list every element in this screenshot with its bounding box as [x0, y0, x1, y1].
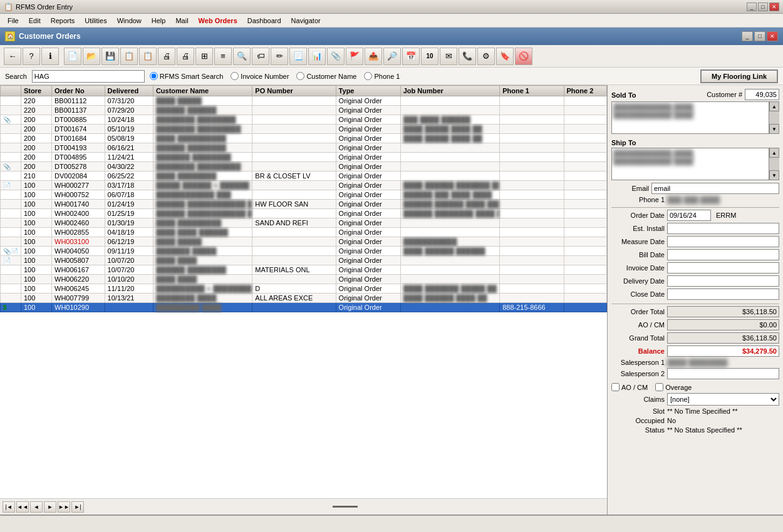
toolbar-settings[interactable]: ⚙	[477, 48, 495, 65]
table-row[interactable]: 100WH00310006/12/19████ █████Original Or…	[1, 237, 607, 247]
table-row[interactable]: 📄100WH00580710/07/20████ ████Original Or…	[1, 256, 607, 265]
toolbar-attach[interactable]: 📎	[327, 48, 345, 65]
col-phone1[interactable]: Phone 1	[500, 86, 564, 96]
table-row[interactable]: 100WH00246001/30/19████ █████████SAND AN…	[1, 218, 607, 228]
close-button[interactable]: ✕	[769, 3, 779, 11]
salesperson2-input[interactable]	[667, 368, 779, 379]
table-row[interactable]: $100WH010290█████████ ████Original Order…	[1, 303, 607, 312]
sold-to-address[interactable]: ████████████ ████ ████████████ ████	[611, 101, 769, 134]
toolbar-export[interactable]: 📤	[365, 48, 382, 65]
menu-mail[interactable]: Mail	[170, 16, 193, 26]
radio-smart-search[interactable]: RFMS Smart Search	[150, 72, 223, 80]
toolbar-tag[interactable]: 🏷	[252, 48, 269, 65]
menu-dashboard[interactable]: Dashboard	[242, 16, 286, 26]
radio-phone1[interactable]: Phone 1	[364, 72, 400, 80]
toolbar-calendar[interactable]: 📅	[402, 48, 420, 65]
table-row[interactable]: 220BB00111207/31/20████ █████Original Or…	[1, 96, 607, 106]
col-delivered[interactable]: Delivered	[105, 86, 153, 96]
col-po[interactable]: PO Number	[252, 86, 336, 96]
grid-table-container[interactable]: Store Order No Delivered Customer Name P…	[0, 85, 607, 498]
ship-to-address[interactable]: ████████████ ████ ████████████ ████	[611, 148, 769, 180]
table-row[interactable]: 100WH00779910/13/21████████ ████ALL AREA…	[1, 294, 607, 303]
toolbar-grid[interactable]: ⊞	[195, 48, 213, 65]
toolbar-chart[interactable]: 📊	[308, 48, 326, 65]
delivery-date-input[interactable]	[667, 275, 779, 287]
email-input[interactable]	[651, 183, 779, 194]
table-row[interactable]: 220BB00113707/29/20██████ ██████Original…	[1, 106, 607, 115]
table-row[interactable]: 📎200DT00527804/30/22████████ █████████Or…	[1, 162, 607, 171]
toolbar-invoice[interactable]: 📃	[289, 48, 307, 65]
search-input[interactable]	[32, 70, 145, 83]
table-row[interactable]: 200DT00489511/24/21███████ ████████Origi…	[1, 153, 607, 162]
col-store[interactable]: Store	[21, 86, 52, 96]
nav-prev-many[interactable]: ◄◄	[16, 501, 29, 513]
toolbar-find[interactable]: 🔎	[383, 48, 401, 65]
toolbar-back[interactable]: ←	[4, 48, 21, 65]
toolbar-copy[interactable]: 📋	[120, 48, 138, 65]
radio-customer-name[interactable]: Customer Name	[296, 72, 356, 80]
app-minimize-button[interactable]: _	[742, 31, 753, 41]
app-maximize-button[interactable]: □	[754, 31, 765, 41]
table-row[interactable]: 100WH00075206/07/18████████████ ███Origi…	[1, 190, 607, 200]
toolbar-bookmark[interactable]: 🔖	[496, 48, 514, 65]
minimize-button[interactable]: _	[747, 3, 757, 11]
overage-checkbox[interactable]	[655, 383, 663, 391]
toolbar-list[interactable]: ≡	[214, 48, 232, 65]
table-row[interactable]: 100WH00285504/18/19████ ████ ██████Origi…	[1, 228, 607, 237]
toolbar-edit2[interactable]: ✏	[271, 48, 288, 65]
sold-to-scroll-up[interactable]: ▲	[769, 101, 779, 111]
menu-reports[interactable]: Reports	[46, 16, 80, 26]
toolbar-email[interactable]: ✉	[440, 48, 457, 65]
ship-to-scroll-up[interactable]: ▲	[769, 148, 779, 158]
table-row[interactable]: 100WH00616710/07/20██████ ████████MATERI…	[1, 265, 607, 275]
ao-cm-checkbox-label[interactable]: AO / CM	[611, 383, 648, 391]
toolbar-search[interactable]: 🔍	[233, 48, 251, 65]
ship-to-scroll-down[interactable]: ▼	[769, 170, 779, 180]
toolbar-help[interactable]: ?	[23, 48, 40, 65]
col-phone2[interactable]: Phone 2	[564, 86, 606, 96]
radio-invoice-number[interactable]: Invoice Number	[231, 72, 289, 80]
nav-last[interactable]: ►|	[71, 501, 84, 513]
toolbar-stop[interactable]: 🚫	[515, 48, 532, 65]
sold-to-scroll-down[interactable]: ▼	[769, 124, 779, 134]
table-row[interactable]: 200DT00419306/16/21██████ ████████Origin…	[1, 143, 607, 153]
toolbar-open[interactable]: 📂	[83, 48, 100, 65]
app-close-button[interactable]: ✕	[767, 31, 778, 41]
nav-first[interactable]: |◄	[3, 501, 15, 513]
invoice-date-input[interactable]	[667, 262, 779, 274]
menu-navigator[interactable]: Navigator	[286, 16, 326, 26]
table-row[interactable]: 200DT00167405/10/19████████ █████████Ori…	[1, 125, 607, 134]
toolbar-print[interactable]: 🖨	[177, 48, 194, 65]
claims-select[interactable]: [none]	[667, 393, 779, 406]
est-install-input[interactable]	[667, 223, 779, 234]
col-job[interactable]: Job Number	[400, 86, 499, 96]
table-row[interactable]: 200DT00168405/08/19████ ██████████Origin…	[1, 134, 607, 143]
toolbar-num[interactable]: 10	[421, 48, 438, 65]
toolbar-new[interactable]: 📄	[64, 48, 81, 65]
measure-date-input[interactable]	[667, 236, 779, 247]
col-type[interactable]: Type	[336, 86, 400, 96]
order-date-input[interactable]	[667, 210, 711, 221]
my-flooring-link-button[interactable]: My Flooring Link	[700, 69, 778, 83]
menu-file[interactable]: File	[3, 16, 24, 26]
table-row[interactable]: 100WH00240001/25/19██████ ████████████ █…	[1, 209, 607, 218]
toolbar-phone[interactable]: 📞	[459, 48, 476, 65]
menu-window[interactable]: Window	[112, 16, 147, 26]
customer-num-input[interactable]	[745, 89, 779, 100]
menu-edit[interactable]: Edit	[24, 16, 46, 26]
bill-date-input[interactable]	[667, 249, 779, 260]
toolbar-info[interactable]: ℹ	[41, 48, 59, 65]
col-orderno[interactable]: Order No	[52, 86, 105, 96]
overage-checkbox-label[interactable]: Overage	[655, 383, 692, 391]
col-customer[interactable]: Customer Name	[153, 86, 252, 96]
menu-utilities[interactable]: Utilities	[80, 16, 111, 26]
table-row[interactable]: 100WH00622010/10/20████ ████Original Ord…	[1, 275, 607, 284]
maximize-button[interactable]: □	[758, 3, 768, 11]
toolbar-save[interactable]: 💾	[101, 48, 119, 65]
nav-next[interactable]: ►	[44, 501, 56, 513]
nav-prev[interactable]: ◄	[30, 501, 43, 513]
menu-help[interactable]: Help	[147, 16, 171, 26]
table-row[interactable]: 📎📄100WH00405009/11/19███████ █████Origin…	[1, 247, 607, 256]
toolbar-paste[interactable]: 📋	[139, 48, 157, 65]
table-row[interactable]: 📎200DT00088510/24/18████████ ████████Ori…	[1, 115, 607, 125]
